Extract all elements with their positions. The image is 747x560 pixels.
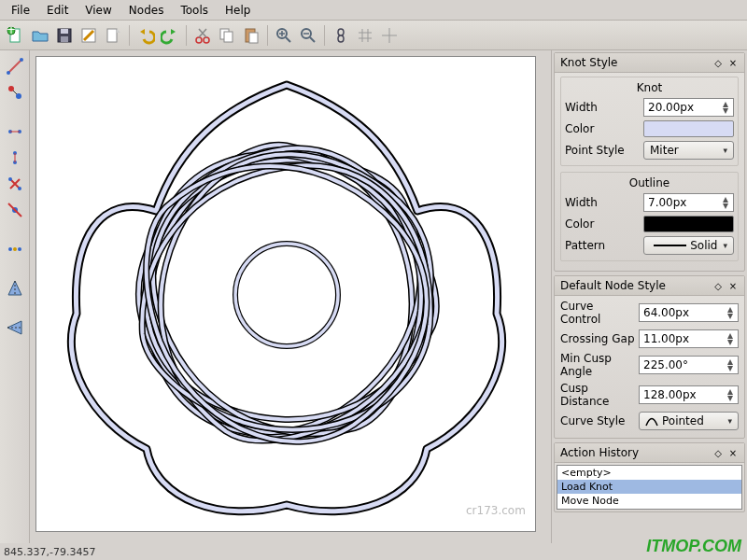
outline-color-swatch[interactable] [643,216,734,232]
crosshair-button[interactable] [377,23,402,48]
undo-icon [136,26,155,45]
zoom-out-button[interactable] [296,23,320,48]
knot-width-label: Width [565,101,640,114]
knot-plugin-button[interactable] [329,23,353,48]
cross-icon [6,175,24,193]
curve-control-spinner[interactable]: 64.00px▴▾ [639,303,739,322]
new-icon: + [7,26,25,45]
paste-button[interactable] [239,23,263,48]
history-item[interactable]: <empty> [557,466,741,480]
cut-button[interactable] [190,23,215,48]
panel-default-node-style: Default Node Style ◇ × Curve Control 64.… [554,275,745,439]
panel-title: Default Node Style [560,279,709,292]
canvas-area: cr173.com [30,50,551,543]
curve-style-label: Curve Style [560,414,635,427]
menu-nodes[interactable]: Nodes [121,2,172,19]
svg-rect-7 [107,29,117,42]
mirror-h-tool[interactable] [3,276,27,301]
outline-width-label: Width [565,196,640,209]
svg-rect-4 [61,29,68,34]
action-history-list[interactable]: <empty> Load Knot Move Node [557,465,742,510]
menu-view[interactable]: View [78,2,119,19]
new-button[interactable]: + [4,23,28,48]
menu-tools[interactable]: Tools [173,2,216,19]
arrange-tool[interactable] [3,237,27,261]
outline-color-label: Color [565,217,640,231]
pointed-icon [645,415,658,427]
tool-strip [0,50,30,543]
cross-tool[interactable] [3,172,27,196]
history-item-selected[interactable]: Load Knot [557,480,741,494]
menu-bar: File Edit View Nodes Tools Help [0,0,747,21]
main-toolbar: + [0,21,747,50]
copy-button[interactable] [215,23,239,48]
chevron-down-icon: ▾ [723,146,727,155]
node-tool[interactable] [3,80,27,105]
detach-icon[interactable]: ◇ [712,57,724,68]
paste-icon [242,26,261,45]
arrange-icon [6,240,24,259]
grid-button[interactable] [353,23,377,48]
open-button[interactable] [28,23,52,48]
point-style-dropdown[interactable]: Miter▾ [643,141,734,160]
crossing-gap-spinner[interactable]: 11.00px▴▾ [639,329,739,348]
delete-node-tool[interactable] [3,198,27,222]
page-watermark: ITMOP.COM [646,537,741,556]
redo-button[interactable] [158,23,182,48]
menu-file[interactable]: File [4,2,37,19]
curve-control-label: Curve Control [560,300,635,326]
detach-icon[interactable]: ◇ [712,280,724,291]
svg-line-16 [8,60,21,73]
close-icon[interactable]: × [727,280,739,291]
svg-point-25 [8,177,12,181]
export-icon [104,26,122,45]
hjoin-icon [6,122,24,141]
knot-color-swatch[interactable] [643,120,734,137]
knot-subgroup-label: Knot [565,81,734,94]
close-icon[interactable]: × [727,57,739,68]
mirror-v-tool[interactable] [3,315,27,340]
svg-rect-5 [61,36,68,42]
save-icon [55,26,74,45]
svg-rect-13 [249,33,258,43]
min-cusp-angle-spinner[interactable]: 225.00°▴▾ [639,356,739,374]
menu-help[interactable]: Help [218,2,258,19]
history-item[interactable]: Move Node [557,494,741,508]
svg-point-9 [204,37,209,43]
export-button[interactable] [101,23,125,48]
menu-edit[interactable]: Edit [39,2,76,19]
mirror-v-icon [6,318,24,337]
knot-width-spinner[interactable]: 20.00px▴▾ [643,98,734,117]
save-button[interactable] [52,23,77,48]
min-cusp-angle-label: Min Cusp Angle [560,352,635,378]
drawing-canvas[interactable]: cr173.com [35,56,536,532]
outline-subgroup-label: Outline [565,176,734,189]
cusp-distance-spinner[interactable]: 128.00px▴▾ [639,385,739,404]
chevron-down-icon: ▾ [727,416,732,426]
outline-width-spinner[interactable]: 7.00px▴▾ [643,193,734,212]
cut-icon [193,26,212,45]
crosshair-icon [380,26,399,45]
panel-action-history: Action History ◇ × <empty> Load Knot Mov… [554,442,745,512]
vjoin-tool[interactable] [3,146,27,170]
copy-icon [218,26,236,45]
zoom-in-button[interactable] [272,23,296,48]
panel-knot-style: Knot Style ◇ × Knot Width 20.00px▴▾ Colo… [554,52,745,272]
knot-icon [331,26,350,45]
redo-icon [161,26,179,45]
svg-point-34 [235,244,338,346]
pattern-label: Pattern [565,239,640,252]
undo-button[interactable] [134,23,158,48]
pattern-dropdown[interactable]: Solid▾ [643,236,734,255]
edge-tool[interactable] [3,54,27,78]
svg-point-29 [13,247,17,251]
curve-style-dropdown[interactable]: Pointed▾ [639,412,739,430]
close-icon[interactable]: × [727,447,739,458]
right-dock: Knot Style ◇ × Knot Width 20.00px▴▾ Colo… [551,50,747,543]
hjoin-tool[interactable] [3,119,27,144]
detach-icon[interactable]: ◇ [712,447,724,458]
save-as-button[interactable] [77,23,101,48]
solid-line-icon [654,245,686,246]
node-icon [6,83,24,102]
edge-icon [6,57,24,76]
